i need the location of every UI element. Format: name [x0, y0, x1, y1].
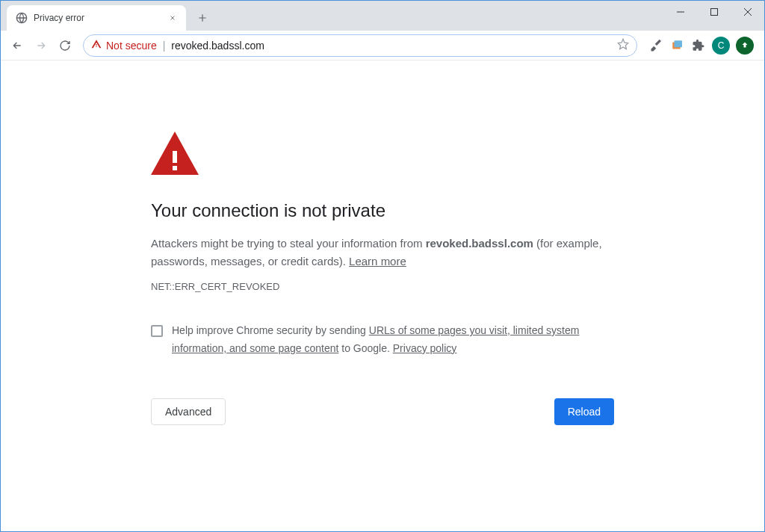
reload-page-button[interactable]: Reload [554, 398, 614, 425]
close-window-button[interactable] [731, 1, 764, 23]
learn-more-link[interactable]: Learn more [349, 255, 406, 267]
error-code: NET::ERR_CERT_REVOKED [151, 281, 614, 292]
tab-title: Privacy error [34, 13, 161, 23]
svg-rect-4 [173, 151, 177, 163]
profile-avatar[interactable]: C [712, 37, 730, 55]
bookmark-star-icon[interactable] [617, 38, 629, 52]
security-indicator[interactable]: Not secure [91, 39, 157, 52]
ssl-error-interstitial: Your connection is not private Attackers… [151, 132, 614, 532]
back-button[interactable] [7, 35, 28, 56]
safe-browsing-opt-in: Help improve Chrome security by sending … [151, 322, 614, 358]
new-tab-button[interactable] [192, 7, 213, 28]
svg-rect-5 [173, 166, 177, 170]
extension-icon-pictures[interactable] [670, 38, 685, 53]
svg-rect-3 [675, 40, 683, 47]
maximize-button[interactable] [697, 1, 731, 23]
close-tab-icon[interactable] [167, 12, 179, 24]
error-host: revoked.badssl.com [426, 237, 533, 250]
extensions-puzzle-icon[interactable] [691, 38, 706, 53]
url-text: revoked.badssl.com [171, 40, 264, 52]
svg-rect-1 [710, 9, 717, 16]
window-controls [663, 1, 764, 23]
large-warning-icon [151, 132, 614, 178]
privacy-policy-link[interactable]: Privacy policy [393, 342, 457, 354]
address-bar[interactable]: Not secure | revoked.badssl.com [83, 34, 637, 57]
security-label: Not secure [106, 40, 157, 52]
minimize-button[interactable] [663, 1, 697, 23]
browser-toolbar: Not secure | revoked.badssl.com C [1, 31, 764, 61]
button-row: Advanced Reload [151, 398, 614, 425]
extension-icon-brush[interactable] [649, 38, 664, 53]
extension-area: C [645, 37, 758, 55]
error-description: Attackers might be trying to steal your … [151, 235, 614, 270]
reload-button[interactable] [55, 35, 75, 56]
opt-in-checkbox[interactable] [151, 325, 163, 337]
globe-icon [16, 12, 28, 24]
warning-icon [91, 39, 102, 52]
advanced-button[interactable]: Advanced [151, 398, 226, 425]
forward-button[interactable] [31, 35, 52, 56]
browser-tab[interactable]: Privacy error [7, 5, 186, 31]
page-content: Your connection is not private Attackers… [1, 61, 764, 532]
error-heading: Your connection is not private [151, 200, 614, 221]
tab-strip: Privacy error [1, 1, 764, 31]
opt-in-text: Help improve Chrome security by sending … [172, 322, 614, 358]
update-indicator-icon[interactable] [736, 37, 754, 55]
omnibox-separator: | [163, 40, 166, 52]
